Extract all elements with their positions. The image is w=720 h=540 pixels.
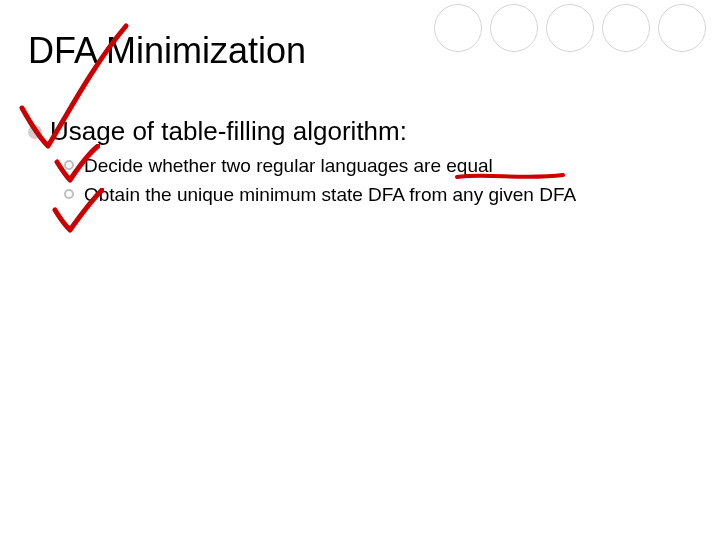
decorative-circle bbox=[490, 4, 538, 52]
decorative-circles bbox=[434, 4, 706, 52]
item-text: Decide whether two regular languages are… bbox=[84, 154, 493, 179]
check-mark-annotation bbox=[52, 188, 104, 234]
decorative-circle bbox=[602, 4, 650, 52]
decorative-circle bbox=[546, 4, 594, 52]
decorative-circle bbox=[658, 4, 706, 52]
list-item: Decide whether two regular languages are… bbox=[64, 154, 664, 179]
decorative-circle bbox=[434, 4, 482, 52]
item-list: Decide whether two regular languages are… bbox=[64, 154, 664, 211]
underline-annotation bbox=[455, 170, 565, 184]
check-mark-annotation bbox=[54, 144, 100, 184]
item-text: Obtain the unique minimum state DFA from… bbox=[84, 183, 576, 208]
list-item: Obtain the unique minimum state DFA from… bbox=[64, 183, 664, 208]
check-mark-annotation bbox=[18, 20, 138, 160]
